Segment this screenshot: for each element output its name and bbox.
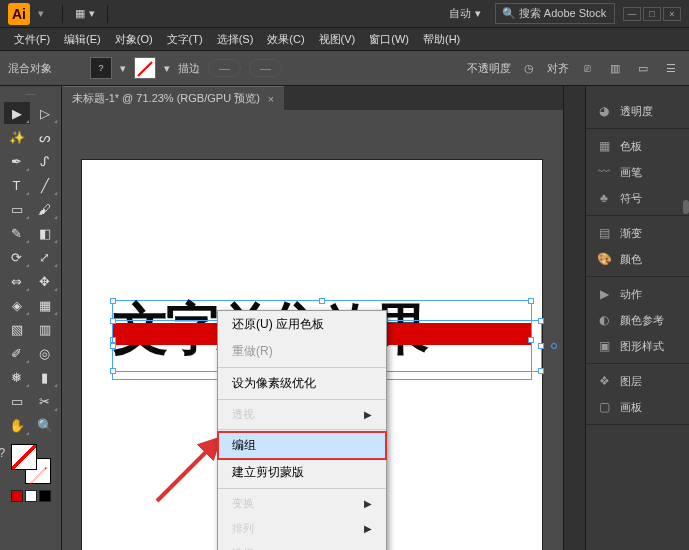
hand-tool[interactable]: ✋ <box>4 414 30 436</box>
bbox-handle[interactable] <box>538 343 544 349</box>
color-chip[interactable] <box>11 490 23 502</box>
color-chip[interactable] <box>39 490 51 502</box>
panel-gradient[interactable]: ▤渐变 <box>586 220 689 246</box>
canvas[interactable]: 文字差焦效果 路径 <box>62 110 563 550</box>
mesh-tool[interactable]: ▧ <box>4 318 30 340</box>
menu-view[interactable]: 视图(V) <box>313 30 362 49</box>
align-icon[interactable]: ⎚ <box>577 58 597 78</box>
color-icon: 🎨 <box>596 251 612 267</box>
fill-stroke-control[interactable]: ? <box>11 444 51 484</box>
panel-swatches[interactable]: ▦色板 <box>586 133 689 159</box>
search-input[interactable]: 🔍 搜索 Adobe Stock <box>495 3 615 24</box>
menu-file[interactable]: 文件(F) <box>8 30 56 49</box>
selection-tool[interactable]: ▶ <box>4 102 30 124</box>
panel-graphicstyles[interactable]: ▣图形样式 <box>586 333 689 359</box>
context-menu: 还原(U) 应用色板 重做(R) 设为像素级优化 透视▶ 编组 建立剪切蒙版 变… <box>217 310 387 550</box>
menu-undo[interactable]: 还原(U) 应用色板 <box>218 311 386 338</box>
menu-select[interactable]: 选择▶ <box>218 541 386 550</box>
maximize-button[interactable]: □ <box>643 7 661 21</box>
free-transform-tool[interactable]: ✥ <box>32 270 58 292</box>
shaper-tool[interactable]: ✎ <box>4 222 30 244</box>
bbox-handle[interactable] <box>110 343 116 349</box>
eraser-tool[interactable]: ◧ <box>32 222 58 244</box>
scale-tool[interactable]: ⤢ <box>32 246 58 268</box>
chevron-down-icon[interactable]: ▾ <box>120 62 126 75</box>
slice-tool[interactable]: ✂ <box>32 390 58 412</box>
rectangle-tool[interactable]: ▭ <box>4 198 30 220</box>
panel-color[interactable]: 🎨颜色 <box>586 246 689 272</box>
menu-select[interactable]: 选择(S) <box>211 30 260 49</box>
bbox-handle[interactable] <box>528 298 534 304</box>
menu-perspective[interactable]: 透视▶ <box>218 402 386 427</box>
bbox-handle[interactable] <box>538 318 544 324</box>
menu-pixel-perfect[interactable]: 设为像素级优化 <box>218 370 386 397</box>
minimize-button[interactable]: — <box>623 7 641 21</box>
stroke-weight[interactable]: — <box>208 59 241 77</box>
transform-icon[interactable]: ▥ <box>605 58 625 78</box>
recolor-icon[interactable]: ◷ <box>519 58 539 78</box>
column-graph-tool[interactable]: ▮ <box>32 366 58 388</box>
direct-selection-tool[interactable]: ▷ <box>32 102 58 124</box>
menu-group[interactable]: 编组 <box>218 432 386 459</box>
color-chip[interactable] <box>25 490 37 502</box>
stroke-swatch[interactable] <box>134 57 156 79</box>
panel-symbols[interactable]: ♣符号 <box>586 185 689 211</box>
panel-layers[interactable]: ❖图层 <box>586 368 689 394</box>
gradient-tool[interactable]: ▥ <box>32 318 58 340</box>
zoom-tool[interactable]: 🔍 <box>32 414 58 436</box>
fill-swatch[interactable]: ? <box>90 57 112 79</box>
isolate-icon[interactable]: ▭ <box>633 58 653 78</box>
shape-builder-tool[interactable]: ◈ <box>4 294 30 316</box>
bbox-handle[interactable] <box>110 318 116 324</box>
menu-edit[interactable]: 编辑(E) <box>58 30 107 49</box>
panel-colorguide[interactable]: ◐颜色参考 <box>586 307 689 333</box>
stroke-label: 描边 <box>178 61 200 76</box>
fill-box[interactable] <box>11 444 37 470</box>
bbox-handle[interactable] <box>110 368 116 374</box>
bridge-icon[interactable]: ▾ <box>38 7 44 20</box>
close-button[interactable]: × <box>663 7 681 21</box>
bbox-handle[interactable] <box>319 298 325 304</box>
line-tool[interactable]: ╱ <box>32 174 58 196</box>
panel-menu-icon[interactable]: ☰ <box>661 58 681 78</box>
menu-transform[interactable]: 变换▶ <box>218 491 386 516</box>
rotate-tool[interactable]: ⟳ <box>4 246 30 268</box>
menu-object[interactable]: 对象(O) <box>109 30 159 49</box>
blend-tool[interactable]: ◎ <box>32 342 58 364</box>
control-bar: 混合对象 ?▾ ▾ 描边 — — 不透明度 ◷ 对齐 ⎚ ▥ ▭ ☰ <box>0 50 689 86</box>
artboard-tool[interactable]: ▭ <box>4 390 30 412</box>
menu-arrange[interactable]: 排列▶ <box>218 516 386 541</box>
document-tab[interactable]: 未标题-1* @ 71.23% (RGB/GPU 预览) × <box>62 86 284 110</box>
lasso-tool[interactable]: ᔕ <box>32 126 58 148</box>
chevron-down-icon[interactable]: ▾ <box>164 62 170 75</box>
edge-widget[interactable] <box>551 343 557 349</box>
panel-artboards[interactable]: ▢画板 <box>586 394 689 420</box>
scroll-indicator[interactable] <box>683 200 689 214</box>
panel-actions[interactable]: ▶动作 <box>586 281 689 307</box>
menu-type[interactable]: 文字(T) <box>161 30 209 49</box>
panel-transparency[interactable]: ◕透明度 <box>586 98 689 124</box>
layout-dropdown[interactable]: ▦▾ <box>69 5 101 22</box>
symbol-sprayer-tool[interactable]: ❅ <box>4 366 30 388</box>
panel-drag-handle[interactable]: ┄┄ <box>3 90 59 98</box>
panel-brushes[interactable]: 〰画笔 <box>586 159 689 185</box>
bbox-handle[interactable] <box>538 368 544 374</box>
curvature-tool[interactable]: ᔑ <box>32 150 58 172</box>
type-tool[interactable]: T <box>4 174 30 196</box>
width-tool[interactable]: ⇔ <box>4 270 30 292</box>
stroke-profile[interactable]: — <box>249 59 282 77</box>
bbox-handle[interactable] <box>110 298 116 304</box>
menu-make-clip-mask[interactable]: 建立剪切蒙版 <box>218 459 386 486</box>
pen-tool[interactable]: ✒ <box>4 150 30 172</box>
right-dock-strip[interactable] <box>563 86 585 550</box>
workspace-dropdown[interactable]: 自动▾ <box>443 4 487 23</box>
close-tab-icon[interactable]: × <box>268 93 274 105</box>
eyedropper-tool[interactable]: ✐ <box>4 342 30 364</box>
menu-effect[interactable]: 效果(C) <box>261 30 310 49</box>
layout-grid-icon: ▦ <box>75 7 85 20</box>
menu-window[interactable]: 窗口(W) <box>363 30 415 49</box>
paintbrush-tool[interactable]: 🖌 <box>32 198 58 220</box>
magic-wand-tool[interactable]: ✨ <box>4 126 30 148</box>
menu-help[interactable]: 帮助(H) <box>417 30 466 49</box>
perspective-tool[interactable]: ▦ <box>32 294 58 316</box>
